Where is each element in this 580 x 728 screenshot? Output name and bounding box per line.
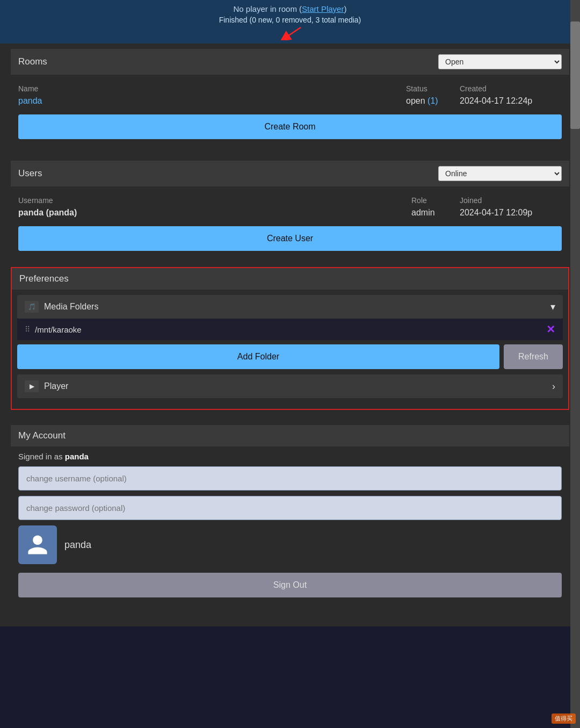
rooms-col-created: Created: [460, 84, 562, 93]
scrollbar[interactable]: [570, 0, 580, 728]
create-user-button[interactable]: Create User: [18, 226, 562, 251]
add-folder-button[interactable]: Add Folder: [17, 344, 499, 369]
room-status: open (1): [406, 96, 460, 106]
users-col-role: Role: [411, 196, 460, 205]
media-folders-accordion-header[interactable]: 🎵 Media Folders ▾: [17, 295, 563, 319]
users-title: Users: [18, 168, 42, 179]
media-folders-left: 🎵 Media Folders: [25, 301, 98, 313]
create-room-button[interactable]: Create Room: [18, 114, 562, 139]
rooms-col-status: Status: [406, 84, 460, 93]
signed-in-label: Signed in as panda: [18, 446, 562, 466]
user-avatar-icon: [26, 533, 49, 557]
signed-in-username: panda: [65, 452, 89, 461]
player-accordion-header[interactable]: ▶ Player ›: [17, 374, 563, 398]
media-folders-accordion: 🎵 Media Folders ▾: [17, 295, 563, 319]
account-display-name: panda: [64, 539, 91, 551]
folder-entry: ⠿ /mnt/karaoke ✕: [17, 319, 563, 340]
no-player-banner: No player in room (Start Player): [0, 4, 580, 13]
change-username-input[interactable]: [18, 466, 562, 491]
users-column-headers: Username Role Joined: [18, 193, 562, 206]
users-section-header: Users Online All Offline: [11, 161, 569, 186]
media-folders-label: Media Folders: [44, 302, 98, 312]
account-section-header: My Account: [11, 425, 569, 446]
users-col-username: Username: [18, 196, 411, 205]
rooms-section-body: Name Status Created panda open (1) 2024-…: [11, 75, 569, 146]
rooms-section-header: Rooms Open All Closed: [11, 49, 569, 75]
avatar: [18, 525, 57, 564]
preferences-title: Preferences: [19, 273, 69, 284]
finished-text: Finished (0 new, 0 removed, 3 total medi…: [219, 16, 361, 24]
main-content: Rooms Open All Closed Name Status Create…: [0, 44, 580, 626]
users-section-body: Username Role Joined panda (panda) admin…: [11, 186, 569, 257]
top-bar: No player in room (Start Player) Finishe…: [0, 0, 580, 44]
folder-path-left: ⠿ /mnt/karaoke: [25, 325, 82, 334]
users-filter-dropdown[interactable]: Online All Offline: [438, 166, 562, 181]
scrollbar-thumb[interactable]: [570, 21, 580, 129]
room-name-link[interactable]: panda: [18, 96, 42, 105]
users-col-joined: Joined: [460, 196, 562, 205]
player-chevron-icon: ›: [552, 381, 555, 392]
user-name: panda (panda): [18, 208, 411, 218]
media-folders-chevron: ▾: [550, 301, 555, 313]
account-section: My Account Signed in as panda panda Sign…: [11, 420, 569, 606]
room-name: panda: [18, 96, 406, 106]
svg-line-0: [285, 27, 301, 38]
rooms-filter-dropdown[interactable]: Open All Closed: [438, 54, 562, 69]
preferences-section-header: Preferences: [12, 268, 568, 290]
folder-path-text: /mnt/karaoke: [35, 325, 82, 334]
change-password-input[interactable]: [18, 496, 562, 520]
drag-handle-icon[interactable]: ⠿: [25, 325, 31, 334]
user-role: admin: [411, 208, 460, 218]
account-user-row: panda: [18, 525, 562, 564]
sign-out-button[interactable]: Sign Out: [18, 573, 562, 597]
remove-folder-button[interactable]: ✕: [546, 324, 555, 335]
no-player-text: No player in room (: [234, 4, 302, 13]
media-folders-icon: 🎵: [25, 301, 39, 313]
rooms-row: panda open (1) 2024-04-17 12:24p: [18, 94, 562, 108]
rooms-title: Rooms: [18, 56, 47, 67]
account-section-body: Signed in as panda panda Sign Out: [11, 446, 569, 606]
finished-bar: Finished (0 new, 0 removed, 3 total medi…: [0, 13, 580, 25]
rooms-section: Rooms Open All Closed Name Status Create…: [11, 44, 569, 146]
rooms-column-headers: Name Status Created: [18, 81, 562, 94]
room-created: 2024-04-17 12:24p: [460, 96, 562, 106]
folder-actions: Add Folder Refresh: [17, 344, 563, 369]
users-section: Users Online All Offline Username Role J…: [11, 155, 569, 257]
player-left: ▶ Player: [25, 380, 68, 392]
user-joined: 2024-04-17 12:09p: [460, 208, 562, 218]
users-row: panda (panda) admin 2024-04-17 12:09p: [18, 206, 562, 220]
player-accordion: ▶ Player ›: [17, 374, 563, 398]
account-title: My Account: [18, 430, 66, 441]
preferences-section: Preferences 🎵 Media Folders ▾ ⠿ /mnt/kar…: [11, 267, 569, 410]
refresh-button[interactable]: Refresh: [504, 344, 563, 369]
start-player-link[interactable]: Start Player: [302, 4, 344, 13]
watermark: 值得买: [552, 713, 576, 724]
player-label: Player: [44, 381, 68, 391]
signed-in-prefix: Signed in as: [18, 452, 65, 461]
player-icon: ▶: [25, 380, 39, 392]
rooms-col-name: Name: [18, 84, 406, 93]
room-status-badge: (1): [427, 96, 438, 105]
red-arrow-annotation: [0, 25, 580, 40]
no-player-close: ): [344, 4, 346, 13]
